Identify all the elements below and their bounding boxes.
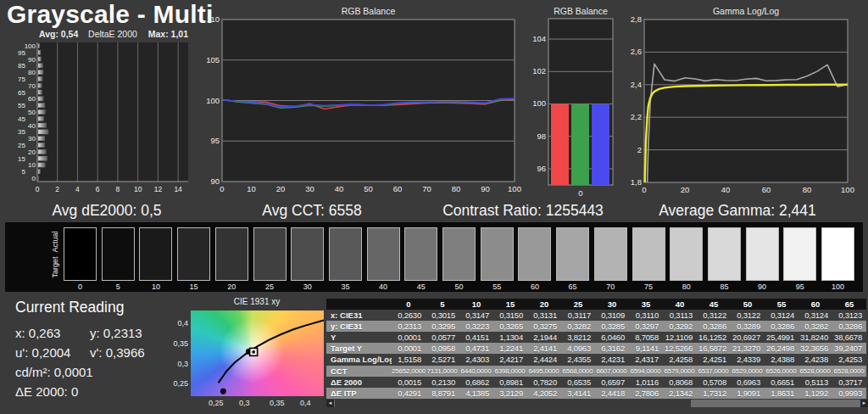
table-cell: 0,6597	[595, 377, 629, 388]
ramp-patch-label: 40	[367, 283, 400, 291]
deltae-bar	[38, 50, 41, 54]
table-cell: 6594,0000	[629, 366, 663, 377]
table-cell: 2,4238	[798, 354, 832, 365]
gamma-x-tick-label: 60	[762, 185, 771, 194]
rgb-bar-green	[571, 104, 589, 185]
deltae-bar	[38, 76, 42, 81]
scrollbar-right-arrow-icon[interactable]: ►	[860, 400, 868, 407]
table-column-header: 25	[561, 299, 595, 310]
table-cell: 6568,0000	[561, 366, 595, 377]
table-cell: 6528,0000	[798, 366, 832, 377]
deltae-bar	[38, 176, 39, 180]
rgb-bar-y-tick-label: 102	[532, 66, 546, 76]
deltae-bar	[38, 57, 42, 61]
gamma-y-tick-label: 2	[637, 145, 642, 154]
table-cell: 0,2630	[392, 310, 426, 321]
ramp-patch-35	[329, 227, 362, 281]
ramp-patch-label: 35	[329, 283, 362, 291]
table-cell: 0,0001	[392, 332, 426, 343]
rgb-line-y-tick-label: 90	[210, 176, 220, 186]
deltae-y-tick-label: 50	[28, 109, 36, 116]
ramp-patch-85	[708, 227, 741, 281]
scrollbar-left-arrow-icon[interactable]: ◄	[326, 400, 334, 407]
table-row-label: CCT	[326, 366, 392, 377]
rgb-line-x-tick-label: 0	[220, 184, 224, 193]
gamma-y-tick-label: 1,8	[631, 177, 642, 187]
rgb-line-x-tick-label: 20	[276, 184, 286, 193]
deltae-bar	[38, 116, 44, 120]
table-cell: 2,1944	[527, 332, 561, 343]
deltae-bar	[38, 156, 47, 160]
deltae-y-tick-label: 10	[28, 161, 36, 169]
cie-x-tick-label: 0,25	[209, 399, 224, 407]
current-reading-row: ΔE 2000: 0	[15, 382, 176, 401]
table-column-header: 35	[629, 299, 663, 310]
ramp-patch-90	[746, 227, 779, 281]
deltae-bar	[38, 109, 45, 114]
table-cell: 1,1292	[798, 388, 832, 399]
table-cell: 2,7806	[629, 388, 663, 399]
current-reading-row: cd/m²: 0,0001	[15, 362, 176, 382]
table-cell: 2,4231	[595, 354, 629, 365]
rgb-line-x-tick-label: 10	[247, 184, 256, 193]
deltae-y-tick-label: 95	[18, 49, 25, 57]
deltae-bar	[38, 163, 45, 167]
table-cell: 6579,0000	[663, 366, 697, 377]
table-scrollbar[interactable]: ◄ ►	[326, 400, 868, 407]
table-cell: 0,5113	[798, 377, 832, 388]
ramp-patch-label: 45	[404, 283, 437, 291]
table-cell: 0,4291	[392, 388, 426, 399]
deltae-x-tick-label: 0	[36, 185, 40, 193]
deltae-x-tick-label: 8	[116, 185, 120, 193]
scrollbar-thumb[interactable]	[335, 400, 691, 407]
cie-x-tick-label: 0,3	[239, 399, 250, 407]
ramp-patch-75	[632, 227, 665, 281]
deltae-bar	[38, 143, 45, 147]
table-cell: 2,4253	[832, 354, 866, 365]
table-cell: 0,3717	[832, 377, 866, 388]
ramp-patch-50	[442, 227, 476, 281]
cie-chart-overlay	[191, 310, 324, 396]
table-cell: 2,1342	[663, 388, 697, 399]
table-cell: 20,6927	[731, 332, 765, 343]
deltae-max-label: Max: 1,01	[148, 31, 188, 39]
ramp-patch-55	[481, 227, 514, 281]
table-cell: 6537,0000	[697, 366, 731, 377]
table-cell: 0,3223	[459, 321, 493, 332]
cie-x-tick-label: 0,4	[300, 399, 311, 407]
table-cell: 2,4317	[629, 354, 663, 365]
table-cell: 1,5158	[392, 354, 426, 365]
deltae-x-tick-label: 4	[75, 185, 80, 193]
table-cell: 0,6535	[561, 377, 595, 388]
table-cell: 8,7058	[629, 332, 663, 343]
table-row-label: Target Y	[326, 343, 392, 354]
table-cell: 9,1141	[629, 343, 663, 354]
table-column-header: 50	[731, 299, 765, 310]
current-reading-value: v': 0,3966	[90, 343, 145, 362]
table-cell: 0,3131	[527, 310, 561, 321]
summary-contrast-ratio: Contrast Ratio: 1255443	[442, 202, 604, 220]
ramp-patch-label: 85	[708, 283, 741, 291]
gamma-loglog-chart: Gamma Log/Log1,822,22,42,62,802040608010…	[623, 5, 865, 195]
deltae-y-tick-label: 45	[18, 115, 25, 123]
table-cell: 12,5266	[663, 343, 697, 354]
deltae-y-tick-label: 20	[28, 148, 36, 156]
ramp-patch-label: 70	[594, 283, 627, 291]
table-cell: 2,4418	[595, 388, 629, 399]
current-reading-panel: Current Reading x: 0,263y: 0,2313u': 0,2…	[15, 299, 176, 401]
table-column-header: 65	[832, 299, 866, 310]
deltae-y-tick-label: 80	[28, 69, 36, 76]
table-cell: 0,3282	[798, 321, 832, 332]
table-column-header: 15	[493, 299, 527, 310]
ramp-patch-label: 20	[215, 283, 248, 291]
table-column-header: 55	[765, 299, 798, 310]
table-cell: 0,3289	[731, 321, 765, 332]
page-title: Grayscale - Multi	[7, 0, 214, 29]
deltae-avg-label: Avg: 0,54	[39, 31, 78, 39]
table-row-label: Gamma Log/Log	[326, 354, 392, 365]
deltae-bar	[38, 64, 42, 68]
rgb-line-y-tick-label: 100	[206, 96, 220, 105]
table-cell: 2,4424	[527, 354, 561, 365]
ramp-patch-60	[518, 227, 551, 281]
table-cell: 3,8212	[561, 332, 595, 343]
